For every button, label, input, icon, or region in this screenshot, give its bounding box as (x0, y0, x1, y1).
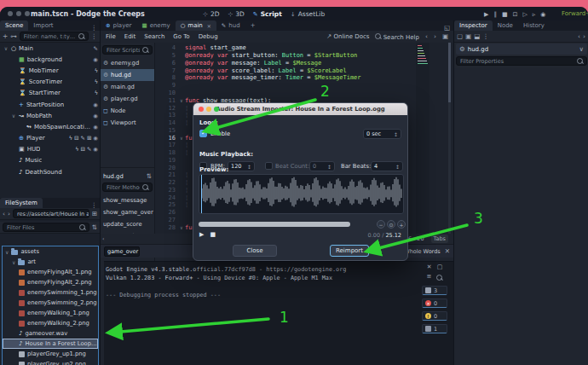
remote-debug-icon[interactable]: ⊡ (513, 11, 518, 18)
close-window-icon[interactable] (8, 11, 13, 16)
workspace-assetlib[interactable]: ↓AssetLib (291, 10, 325, 18)
expand-caret-icon[interactable]: ∨ (11, 113, 16, 119)
code-scrollbar[interactable] (448, 43, 451, 256)
play-custom-scene-icon[interactable]: ▹ (533, 11, 536, 18)
dialog-titlebar[interactable]: Audio Stream Importer: House In a Forest… (193, 103, 407, 115)
indent-type[interactable]: Tabs (431, 235, 448, 243)
code-line[interactable]: 6@onready var message: Label = $Message (155, 60, 453, 67)
dialog-minimize-icon[interactable] (206, 107, 211, 112)
file-item[interactable]: ∨art (3, 257, 98, 267)
menu-edit[interactable]: Edit (124, 33, 136, 40)
script-tab-main[interactable]: ○main✕ (176, 20, 216, 31)
zoom-reset-icon[interactable]: ⊙ (387, 220, 395, 229)
scene-dock-menu-icon[interactable]: ⋮ (91, 25, 101, 32)
bpm-spinbox[interactable]: 120↕ (228, 161, 255, 171)
close-button[interactable]: Close (233, 245, 277, 257)
file-item[interactable]: ∨assets (3, 246, 98, 257)
scene-tree-node[interactable]: ▣HUDϟ⊟✎◉ (0, 144, 101, 155)
offset-spinbox[interactable]: 0 sec↕ (363, 129, 401, 139)
save-resource-icon[interactable]: ⬓ (474, 33, 480, 40)
script-item[interactable]: ⚙main.gd (101, 81, 154, 93)
method-item[interactable]: update_score (101, 218, 154, 230)
filesystem-path[interactable]: res://assets/art/House In a (13, 209, 89, 218)
script-item[interactable]: ⚙player.gd (101, 93, 154, 105)
tab-history[interactable]: History (518, 20, 550, 31)
filter-scripts-input[interactable]: Filter Scripts (102, 45, 153, 55)
split-view-icon[interactable]: ⊞ (92, 211, 97, 217)
new-script-tab-button[interactable]: + (245, 20, 261, 31)
filter-editor-messages-toggle[interactable]: 1 (422, 324, 447, 333)
menu-go-to[interactable]: Go To (173, 33, 189, 40)
dialog-zoom-icon[interactable] (214, 107, 219, 112)
zoom-out-icon[interactable]: − (377, 220, 385, 229)
tab-scene[interactable]: Scene (0, 20, 28, 31)
waveform-preview[interactable] (199, 174, 404, 214)
menu-file[interactable]: File (106, 33, 116, 40)
method-item[interactable]: show_message (101, 194, 154, 206)
search-help-button[interactable]: Search Help (375, 33, 418, 41)
fold-icon[interactable]: ∨ (178, 225, 185, 230)
tab-node[interactable]: Node (493, 20, 518, 31)
tab-filesystem[interactable]: FileSystem (0, 198, 43, 208)
scene-tree-node[interactable]: ⌛MobTimerϟ (0, 65, 101, 76)
bar-beats-spinbox[interactable]: 4↕ (371, 161, 403, 171)
loop-enable-checkbox[interactable] (199, 130, 207, 137)
back-icon[interactable]: ‹ (3, 211, 5, 217)
new-resource-icon[interactable]: ▢ (457, 33, 463, 40)
file-item[interactable]: playerGrey_up2.png (3, 359, 98, 365)
add-node-icon[interactable]: + (3, 33, 8, 40)
scene-tree-node[interactable]: ∨↝MobPath◉ (0, 110, 101, 121)
movie-maker-icon[interactable]: ◉ (540, 11, 545, 18)
workspace-3d[interactable]: ⊹3D (228, 10, 244, 18)
scene-filter-input[interactable]: Filter: name, t:type (20, 32, 89, 41)
filter-errors-toggle[interactable]: ✕0 (422, 298, 447, 308)
whole-words-toggle[interactable]: Whole Words (404, 248, 441, 255)
file-item[interactable]: ♪House In a Forest Loop.... (3, 339, 98, 349)
script-item[interactable]: ⚙hud.gd (101, 69, 154, 81)
filesystem-menu-icon[interactable]: ⋮ (91, 202, 101, 209)
script-item[interactable]: ◻Node (101, 105, 154, 117)
play-preview-icon[interactable]: ▶ (199, 231, 204, 238)
play-scene-icon[interactable]: ▷ (522, 11, 527, 18)
filter-messages-toggle[interactable]: 3 (422, 286, 447, 295)
distraction-free-icon[interactable]: ◱ (444, 25, 453, 32)
file-item[interactable]: enemySwimming_2.png (3, 298, 98, 308)
code-line[interactable]: 8@onready var message_timer: Timer = $Me… (155, 74, 453, 82)
method-item[interactable]: show_game_over (101, 206, 154, 218)
renderer-select[interactable]: Forward+ (562, 10, 588, 17)
code-line[interactable]: 4signal start_game (155, 44, 453, 52)
beat-count-spinbox[interactable]: 0↕ (309, 161, 335, 171)
scene-tree-node[interactable]: ♪DeathSound (0, 166, 101, 177)
workspace-2d[interactable]: ⊹2D (203, 10, 219, 18)
history-back-icon[interactable]: ‹ (425, 33, 428, 40)
filter-properties-input[interactable]: Filter Properties (456, 56, 587, 66)
scene-tree-node[interactable]: ∨○Main✎ (0, 43, 101, 54)
code-line[interactable]: 9 (155, 82, 453, 90)
expand-caret-icon[interactable]: ∨ (5, 249, 9, 255)
script-item[interactable]: ⚙enemy.gd (101, 57, 154, 69)
file-item[interactable]: enemyWalking_2.png (3, 318, 98, 328)
close-find-icon[interactable]: ✕ (445, 248, 450, 255)
scene-tree-node[interactable]: ⌛ScoreTimerϟ (0, 77, 101, 88)
workspace-script[interactable]: ✎Script (253, 10, 282, 18)
pause-icon[interactable]: ∥ (493, 11, 497, 18)
scene-tree-node[interactable]: +StartPosition◉ (0, 99, 101, 110)
stop-icon[interactable]: ■ (502, 11, 508, 18)
inspector-back-icon[interactable]: ‹ (578, 33, 580, 40)
find-input[interactable]: game_over (104, 246, 140, 257)
scene-tree-node[interactable]: ▦background◉ (0, 54, 101, 65)
beat-count-checkbox[interactable] (265, 162, 273, 170)
scene-tree-node[interactable]: ⌛StartTimerϟ (0, 88, 101, 99)
file-item[interactable]: playerGrey_up1.png (3, 349, 98, 359)
resource-menu-icon[interactable]: ⋮ (482, 33, 489, 40)
fold-icon[interactable]: ∨ (178, 98, 185, 103)
code-minimap[interactable] (416, 43, 429, 256)
file-filter-input[interactable]: Filter Files (3, 223, 89, 232)
stop-preview-icon[interactable]: ■ (210, 231, 216, 238)
copy-output-icon[interactable]: ▢ (437, 264, 443, 270)
file-item[interactable]: enemyWalking_1.png (3, 308, 98, 318)
dialog-close-icon[interactable] (199, 107, 204, 112)
expand-caret-icon[interactable]: ∨ (12, 259, 15, 265)
sort-files-icon[interactable]: ⇅ (92, 224, 97, 231)
filter-methods-input[interactable]: Filter Methods (102, 182, 153, 192)
